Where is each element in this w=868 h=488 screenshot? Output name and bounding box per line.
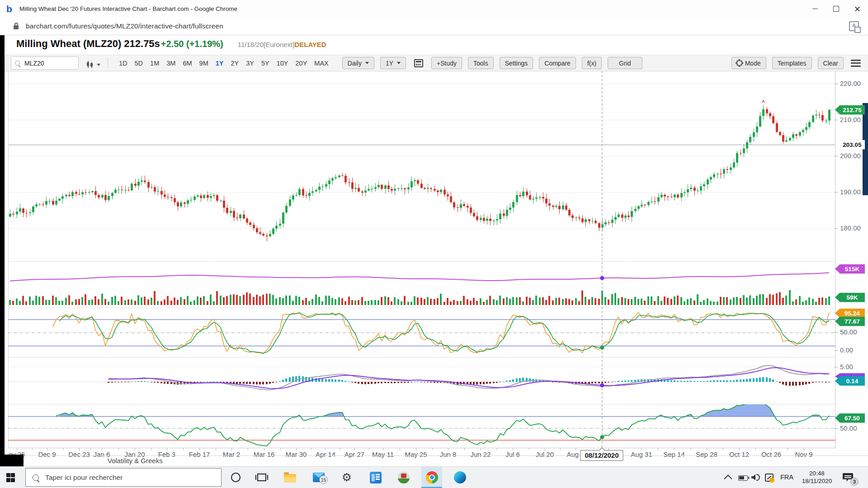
maximize-button[interactable] [826,0,847,18]
file-explorer-button[interactable] [279,467,300,488]
candlestick-icon [87,61,89,68]
speaker-icon[interactable] [751,474,755,480]
tools-button[interactable]: Tools [468,57,494,69]
tray-expand-icon[interactable] [724,474,732,483]
language-indicator[interactable]: FRA [780,474,793,481]
grid-button[interactable]: Grid [608,57,642,69]
x-axis-label: Dec 9 [38,450,56,458]
x-axis-minor-tick [723,448,723,450]
price-badge-203.05: 203.05 [835,140,865,150]
cortana-button[interactable] [225,467,246,488]
y-axis-label: 220.00 [840,80,861,87]
settings-button[interactable]: Settings [500,57,533,69]
notification-count-badge: 3 [850,478,859,486]
battery-icon[interactable] [738,475,748,481]
settings-button[interactable]: ⚙ [336,467,357,488]
translate-icon[interactable]: A [849,21,859,31]
task-view-button[interactable] [251,467,272,488]
y-axis-tick [835,228,838,229]
x-axis-tick [135,448,135,450]
game-app-button[interactable] [393,467,414,488]
chrome-button[interactable] [421,467,442,488]
x-axis-label: Jul 20 [536,450,554,458]
study-button[interactable]: +Study [431,57,462,69]
x-axis-minor-tick [340,448,340,450]
timeframe-3m[interactable]: 3M [166,60,175,67]
x-axis-minor-tick [369,448,369,450]
x-axis-label: Oct 12 [729,450,749,458]
interactive-chart-canvas[interactable] [8,71,835,448]
y-axis-label: 190.00 [840,188,861,196]
window-controls [804,0,868,18]
search-icon [15,61,20,66]
x-axis-label: Feb 17 [189,450,210,458]
fx-button[interactable]: f(x) [582,57,602,69]
mail-button[interactable]: 15 [308,467,329,488]
photos-app-button[interactable] [365,467,386,488]
clock-date: 18/11/2020 [799,477,835,485]
frequency-dropdown[interactable]: Daily [342,57,374,69]
price-badge-77.67: 77.67 [835,317,865,326]
y-axis-label: 50.00 [840,424,857,432]
x-axis-label: Nov 9 [795,450,812,458]
y-axis-tick [835,192,838,192]
x-axis-label: Jun 8 [440,450,457,458]
close-button[interactable] [847,0,868,18]
y-axis-label: 210.00 [840,116,861,123]
url-text[interactable]: barchart.com/futures/quotes/MLZ20/intera… [26,22,223,30]
close-icon [854,6,860,12]
timeframe-5y[interactable]: 5Y [261,60,269,67]
symbol-search-box[interactable] [11,56,79,70]
templates-button[interactable]: Templates [772,57,812,69]
x-axis-minor-tick [529,448,529,450]
menu-icon[interactable] [851,60,861,67]
x-axis-label: Mar 30 [286,450,307,458]
maximize-icon [833,6,839,12]
range-dropdown-label: 1Y [386,60,393,67]
timeframe-6m[interactable]: 6M [183,60,192,67]
minimize-button[interactable] [804,0,826,18]
x-axis-minor-tick [755,448,756,450]
x-axis-minor-tick [432,448,433,450]
search-icon [33,474,39,481]
x-axis-tick [199,448,200,450]
x-axis-tick [448,448,448,450]
chart-type-selector[interactable] [87,59,100,68]
taskbar-search-box[interactable]: Taper ici pour rechercher [25,468,222,487]
x-axis-tick [264,448,264,450]
quote-header: Milling Wheat (MLZ20) 212.75s +2.50 (+1.… [16,38,326,53]
timeframe-3y[interactable]: 3Y [246,60,254,67]
timeframe-1d[interactable]: 1D [119,60,127,67]
edge-button[interactable] [449,467,470,488]
taskbar-clock[interactable]: 20:48 18/11/2020 [799,469,835,485]
calendar-icon[interactable] [414,59,423,67]
timeframe-10y[interactable]: 10Y [277,60,288,67]
timeframe-1m[interactable]: 1M [150,60,159,67]
lock-icon[interactable] [14,25,19,29]
toolbar-button-group: +StudyToolsSettingsComparef(x)Grid [425,57,642,69]
x-axis-minor-tick [32,448,33,450]
clear-button[interactable]: Clear [818,57,844,69]
symbol-search-input[interactable] [24,59,73,67]
y-axis-tick [835,84,838,84]
range-dropdown[interactable]: 1Y [380,57,406,69]
timeframe-2y[interactable]: 2Y [231,60,239,67]
x-axis-tick [642,448,642,450]
x-axis-label: Apr 27 [344,450,364,458]
timeframe-9m[interactable]: 9M [199,60,208,67]
windows-logo-icon [6,473,15,482]
x-axis-tick [383,448,383,450]
x-axis-tick [481,448,481,450]
price-badge-59K: 59K [835,293,865,302]
price-badge-212.75: 212.75 [835,105,865,115]
compare-button[interactable]: Compare [539,57,576,69]
mail-icon: 15 [313,473,325,482]
timeframe-1y[interactable]: 1Y [216,60,224,67]
timeframe-max[interactable]: MAX [314,60,328,67]
timeframe-5d[interactable]: 5D [135,60,143,67]
timeframe-20y[interactable]: 20Y [296,60,307,67]
mode-button[interactable]: Mode [731,57,766,69]
price-badge-95.24: 95.24 [835,309,865,318]
start-button[interactable] [0,467,21,488]
mode-button-label: Mode [745,60,761,67]
